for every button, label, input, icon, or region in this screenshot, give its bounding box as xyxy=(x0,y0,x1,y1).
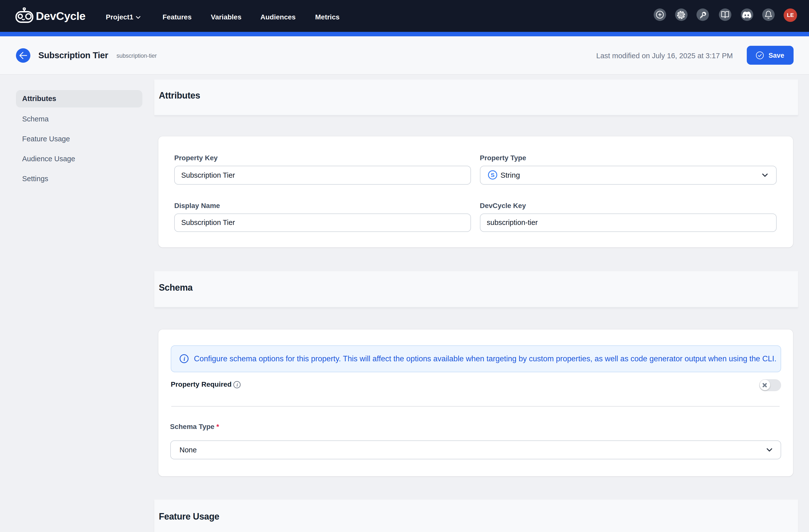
svg-text:i: i xyxy=(237,382,238,387)
svg-text:S: S xyxy=(490,172,494,178)
svg-text:i: i xyxy=(183,356,185,362)
